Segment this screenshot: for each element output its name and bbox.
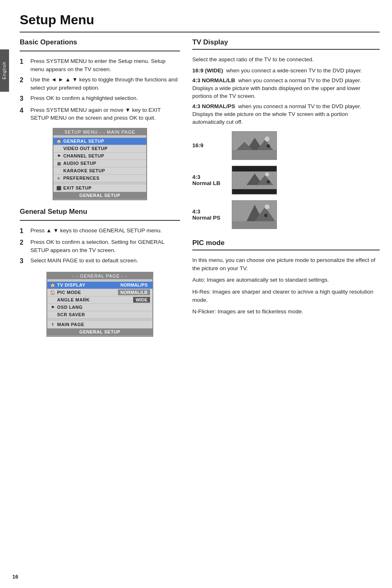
- gen-row-osd-lang: ⚑ OSD LANG: [47, 304, 152, 311]
- general-page-screenshot: - - GENERAL PAGE - - 🏠 TV DISPLAY NORMAL…: [46, 272, 153, 337]
- gen-step-num-3: 3: [20, 257, 29, 266]
- gen-icon-osd: ⚑: [50, 304, 55, 310]
- basic-steps-list: 1 Press SYSTEM MENU to enter the Setup m…: [20, 57, 180, 122]
- tv-img-row-43lb: 4:3 Normal LB: [192, 166, 380, 194]
- menu-label-exit: EXIT SETUP: [63, 185, 92, 190]
- menu-row-preferences: ≡ PREFERENCES: [53, 175, 146, 182]
- basic-step-1: 1 Press SYSTEM MENU to enter the Setup m…: [20, 57, 180, 73]
- menu-row-general-setup: 🏠 GENERAL SETUP: [53, 138, 146, 145]
- menu-row-channel: ⚑ CHANNEL SETUP: [53, 153, 146, 160]
- gen-step-num-2: 2: [20, 238, 29, 247]
- gen-bottom-label: GENERAL SETUP: [79, 329, 120, 334]
- tv-option-43lb-label: 4:3 NORMAL/LB: [192, 77, 235, 83]
- lines-icon: ≡: [56, 175, 62, 181]
- gen-row-pic-mode: 🏠 PIC MODE NORMAL/LB: [47, 289, 152, 296]
- general-setup-divider: [20, 220, 180, 221]
- tv-display-divider: [192, 49, 380, 50]
- gen-row-main-page: ⇑ MAIN PAGE: [47, 321, 152, 329]
- svg-point-12: [265, 172, 269, 176]
- pic-mode-section: PIC mode In this menu, you can choose on…: [192, 239, 380, 316]
- pic-mode-divider: [192, 250, 380, 250]
- pic-mode-para-2: Auto: Images are automatically set to st…: [192, 276, 380, 284]
- tv-img-label-43lb: 4:3 Normal LB: [192, 174, 225, 186]
- gen-step-text-1: Press ▲ ▼ keys to choose GENERAL SETUP m…: [30, 227, 162, 235]
- gen-icon-scr: [50, 312, 55, 317]
- gen-step-num-1: 1: [20, 227, 29, 236]
- tv-img-43ps: [232, 200, 277, 229]
- step-num-1: 1: [20, 57, 29, 66]
- grid-icon: ▦: [56, 160, 62, 166]
- pic-mode-para-1: In this menu, you can choose one picture…: [192, 256, 380, 273]
- svg-rect-4: [232, 150, 277, 160]
- gen-icon-tv: 🏠: [50, 282, 55, 288]
- gen-label-angle: ANGLE MARK: [57, 297, 131, 302]
- menu-header: SETUP MENU - - MAIN PAGE: [53, 129, 146, 135]
- tv-option-43lb: 4:3 NORMAL/LB when you connect a normal …: [192, 77, 380, 100]
- gen-menu-bottom: GENERAL SETUP: [47, 329, 152, 336]
- menu-row-exit-setup: ⬛ EXIT SETUP: [53, 185, 146, 192]
- svg-point-18: [265, 204, 270, 209]
- page-number: 16: [12, 574, 18, 580]
- gen-label-pic-mode: PIC MODE: [57, 290, 116, 295]
- gen-label-tv-display: TV DISPLAY: [57, 282, 116, 287]
- step-num-4: 4: [20, 106, 29, 115]
- general-step-3: 3 Select MAIN PAGE to exit to default sc…: [20, 257, 180, 266]
- general-step-1: 1 Press ▲ ▼ keys to choose GENERAL SETUP…: [20, 227, 180, 236]
- empty-icon-2: [56, 168, 62, 174]
- tv-img-row-169: 16:9: [192, 131, 380, 160]
- step-text-4: Press SYSTEM MENU again or move ▼ key to…: [30, 106, 180, 122]
- exit-icon: ⬛: [56, 185, 62, 191]
- english-language-tab: English: [0, 49, 9, 92]
- gen-row-tv-display: 🏠 TV DISPLAY NORMAL/PS: [47, 282, 152, 289]
- gen-value-normallb: NORMAL/LB: [118, 289, 150, 295]
- gen-label-main-page: MAIN PAGE: [57, 322, 150, 327]
- step-num-3: 3: [20, 94, 29, 103]
- menu-label-preferences: PREFERENCES: [63, 176, 99, 181]
- gen-icon-main: ⇑: [50, 322, 55, 327]
- house-icon: 🏠: [56, 138, 62, 144]
- menu-row-audio: ▦ AUDIO SETUP: [53, 160, 146, 167]
- menu-row-karaoke: KARAOKE SETUP: [53, 167, 146, 175]
- gen-icon-angle: [50, 297, 55, 303]
- gen-label-osd: OSD LANG: [57, 305, 150, 310]
- menu-row-bottom: GENERAL SETUP: [53, 192, 146, 199]
- svg-rect-8: [232, 166, 277, 171]
- svg-point-19: [264, 214, 267, 217]
- tv-display-images: 16:9: [192, 131, 380, 229]
- basic-operations-title: Basic Operations: [20, 38, 180, 46]
- basic-step-3: 3 Press OK to confirm a highlighted sele…: [20, 94, 180, 103]
- pic-mode-para-4: N-Flicker: Images are set to flickerless…: [192, 308, 380, 316]
- tv-display-section: TV Display Select the aspect ratio of th…: [192, 38, 380, 229]
- general-setup-section: General Setup Menu 1 Press ▲ ▼ keys to c…: [20, 208, 180, 337]
- tv-img-43lb: [232, 166, 277, 194]
- empty-icon-1: [56, 146, 62, 151]
- svg-point-6: [267, 144, 270, 148]
- menu-label-bottom: GENERAL SETUP: [79, 193, 120, 198]
- gen-value-wide: WIDE: [133, 297, 150, 303]
- basic-operations-section: Basic Operations 1 Press SYSTEM MENU to …: [20, 38, 180, 200]
- page-title: Setup Menu: [20, 12, 380, 28]
- pic-mode-para-3: Hi-Res: Images are sharper and clearer t…: [192, 288, 380, 305]
- gen-row-angle-mark: ANGLE MARK WIDE: [47, 296, 152, 304]
- pic-mode-title: PIC mode: [192, 239, 380, 247]
- step-text-2: Use the ◄ ► ▲ ▼ keys to toggle through t…: [30, 76, 180, 92]
- general-steps-list: 1 Press ▲ ▼ keys to choose GENERAL SETUP…: [20, 227, 180, 266]
- menu-label-karaoke: KARAOKE SETUP: [63, 168, 105, 173]
- gen-step-text-3: Select MAIN PAGE to exit to default scre…: [30, 257, 138, 265]
- step-text-1: Press SYSTEM MENU to enter the Setup men…: [30, 57, 180, 73]
- tv-option-169: 16:9 (WIDE) when you connect a wide-scre…: [192, 67, 380, 75]
- tv-option-169-label: 16:9 (WIDE): [192, 67, 223, 74]
- general-step-2: 2 Press OK to confirm a selection. Setti…: [20, 238, 180, 254]
- tv-display-intro: Select the aspect ratio of the TV to be …: [192, 56, 380, 64]
- tv-option-169-desc: when you connect a wide-screen TV to the…: [226, 67, 362, 74]
- basic-step-4: 4 Press SYSTEM MENU again or move ▼ key …: [20, 106, 180, 122]
- menu-label-general-setup: GENERAL SETUP: [63, 139, 104, 144]
- gen-label-scr: SCR SAVER: [57, 312, 150, 317]
- gen-icon-pic: 🏠: [50, 289, 55, 295]
- svg-rect-9: [232, 190, 277, 194]
- svg-point-13: [267, 180, 270, 183]
- basic-ops-divider: [20, 51, 180, 51]
- menu-label-video-out: VIDEO OUT SETUP: [63, 146, 108, 151]
- right-column: TV Display Select the aspect ratio of th…: [192, 38, 380, 341]
- left-column: Basic Operations 1 Press SYSTEM MENU to …: [20, 38, 180, 341]
